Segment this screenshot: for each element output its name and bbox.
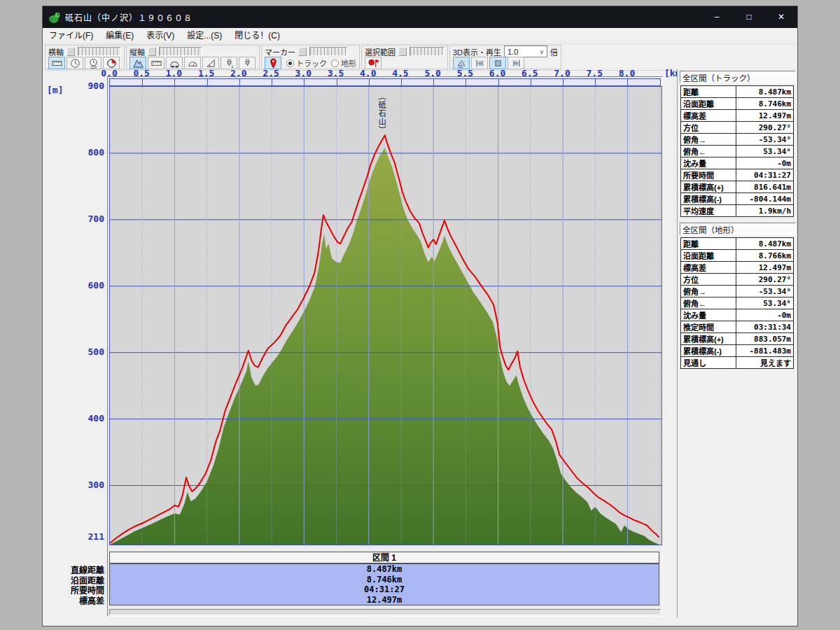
close-button[interactable]: ✕ (765, 6, 797, 28)
elevation-chart-region: （砥石山） 区間 1 8.487km8.746km04:31:2712.497m… (43, 69, 677, 626)
stats-row: 距離8.487km (681, 238, 794, 250)
horizontal-scrollbar[interactable] (109, 609, 661, 615)
mountain-icon (133, 58, 144, 69)
menu-item-4[interactable]: 設定...(S) (181, 28, 228, 43)
toolbar-button-step-back[interactable] (471, 57, 488, 69)
x-axis-tick-label: 0.5 (133, 68, 149, 78)
slider-thumb[interactable] (398, 47, 407, 56)
playback-scale-combobox[interactable]: 1.0∨ (504, 46, 547, 57)
x-axis-tick-label: 8.0 (619, 68, 635, 78)
stats-label: 標高差 (681, 262, 736, 274)
toolbar-button-ruler[interactable] (148, 57, 164, 69)
x-axis-tick-label: 1.5 (198, 68, 214, 78)
stats-panel: 全区間（トラック）距離8.487km沿面距離8.746km標高差12.497m方… (677, 69, 797, 618)
x-axis-tick-label: 6.0 (489, 68, 505, 78)
ruler-tick (304, 79, 304, 85)
slider-track[interactable] (159, 47, 202, 56)
stats-label: 見通し (681, 357, 736, 369)
menu-item-3[interactable]: 表示(V) (140, 28, 181, 43)
ruler-tick (433, 79, 434, 85)
stats-value: 816.641m (736, 181, 794, 193)
stats-row: 距離8.487km (681, 86, 794, 98)
toolbar-button-clock[interactable] (66, 57, 83, 69)
combobox-value: 1.0 (505, 48, 537, 56)
ruler-tick (563, 79, 564, 85)
stats-row: 累積標高(+)816.641m (681, 181, 794, 193)
ruler-tick (174, 79, 175, 85)
ruler-tick (337, 79, 337, 85)
menu-item-1[interactable]: ファイル(F) (43, 28, 99, 43)
maximize-button[interactable]: □ (733, 6, 765, 28)
slider-track[interactable] (309, 47, 347, 56)
radio-option-トラック[interactable]: トラック (286, 57, 327, 69)
stats-label: 沿面距離 (681, 250, 736, 262)
x-axis-ruler[interactable] (109, 78, 661, 86)
toolbar-group-label: 横軸 (48, 46, 64, 57)
stats-row: 沈み量-0m (681, 158, 794, 169)
menu-item-5[interactable]: 閉じる！(C) (228, 28, 286, 43)
elevation-plot[interactable]: （砥石山） (109, 86, 662, 545)
toolbar-group-label-row: 縦軸 (130, 46, 256, 57)
stats-row: 所要時間04:31:27 (681, 169, 794, 181)
slider-thumb[interactable] (298, 47, 307, 56)
slider-track[interactable] (410, 47, 444, 56)
y-axis-tick-label: 600 (64, 280, 104, 290)
section-value-row: 04:31:27 (110, 584, 659, 595)
stop-icon (493, 58, 503, 69)
stats-label: 累積標高(+) (681, 181, 736, 193)
stats-row: 累積標高(-)-804.144m (681, 193, 794, 205)
ruler-tick (207, 79, 208, 85)
toolbar-group-2: 縦軸1.. (126, 45, 260, 69)
stats-row: 平均速度1.9km/h (681, 205, 794, 217)
ruler-tick (142, 79, 143, 85)
app-window: 砥石山（中ノ沢）１９０６０８ – □ ✕ ファイル(F)編集(E)表示(V)設定… (42, 6, 798, 626)
app-icon (48, 11, 61, 24)
radio-button-icon (286, 59, 294, 67)
stats-row: 俯角→-53.34° (681, 286, 794, 298)
stats-value: 8.766km (736, 250, 794, 262)
radio-label: トラック (296, 57, 327, 69)
section-value-row: 12.497m (110, 595, 659, 606)
clock-numbers-icon: 123 (88, 58, 99, 69)
x-axis-tick-label: 2.0 (230, 68, 246, 78)
stats-label: 平均速度 (681, 205, 736, 217)
stats-value: 03:31:34 (736, 321, 794, 333)
elevation-profile-svg (110, 87, 662, 545)
y-axis-tick-label: 700 (64, 214, 104, 224)
stats-label: 所要時間 (681, 169, 736, 181)
ruler-tick (369, 79, 370, 85)
y-axis-unit-label: [m] (47, 85, 63, 95)
title-bar: 砥石山（中ノ沢）１９０６０８ – □ ✕ (43, 6, 797, 28)
stats-row: 推定時間03:31:34 (681, 321, 794, 333)
stats-label: 方位 (681, 122, 736, 134)
plug-n-icon: .. (242, 58, 253, 69)
radio-option-地形[interactable]: 地形 (331, 57, 356, 69)
stats-value: 12.497m (736, 110, 794, 122)
minimize-button[interactable]: – (701, 6, 733, 28)
content-area: （砥石山） 区間 1 8.487km8.746km04:31:2712.497m… (43, 69, 797, 626)
stats-label: 累積標高(+) (681, 333, 736, 345)
slider-thumb[interactable] (148, 47, 156, 56)
stats-value: -881.483m (736, 345, 794, 357)
stats-value: 12.497m (736, 262, 794, 274)
slider-thumb[interactable] (66, 47, 75, 56)
toolbar-group-label: 選択範囲 (365, 46, 396, 57)
car-icon (169, 58, 180, 69)
ruler-icon (52, 58, 62, 69)
slider-track[interactable] (78, 47, 121, 56)
marker-pin-icon (268, 58, 279, 69)
step-back-icon (475, 58, 485, 69)
stats-row: 見通し見えます (681, 357, 794, 369)
menu-item-2[interactable]: 編集(E) (99, 28, 140, 43)
section-table-body: 8.487km8.746km04:31:2712.497m (109, 564, 659, 606)
terrain-area (110, 148, 659, 545)
stats-label: 沈み量 (681, 158, 736, 169)
clock-red-icon (106, 58, 117, 69)
y-axis-tick-label: 500 (64, 346, 104, 357)
toolbar-button-ruler[interactable] (48, 57, 65, 69)
stats-value: 04:31:27 (736, 169, 794, 181)
toolbar-button-clock-numbers[interactable]: 123 (85, 57, 102, 69)
chevron-down-icon[interactable]: ∨ (537, 48, 547, 55)
toolbar: 横軸123縦軸1..マーカートラック地形選択範囲3D表示・再生1.0∨倍3D (43, 44, 797, 71)
step-forward-icon (511, 58, 522, 69)
